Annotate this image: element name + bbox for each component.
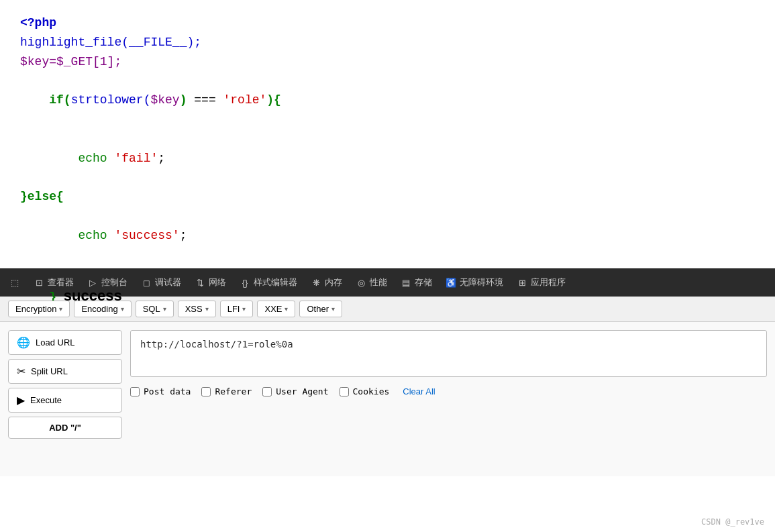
execute-label: Execute [30, 395, 62, 405]
other-chevron: ▾ [331, 305, 335, 313]
add-slash-button[interactable]: ADD "/" [8, 417, 122, 439]
encoding-dropdown[interactable]: Encoding ▾ [74, 301, 131, 317]
picker-icon: ⬚ [9, 277, 20, 288]
other-dropdown[interactable]: Other ▾ [299, 301, 342, 317]
storage-icon: ▤ [401, 277, 411, 288]
encoding-chevron: ▾ [121, 305, 124, 313]
url-input[interactable] [130, 330, 767, 377]
debugger-icon: ◻ [141, 277, 152, 288]
code-line-2: highlight_file(__FILE__); [20, 36, 201, 49]
memory-icon: ❋ [311, 277, 321, 288]
load-url-icon: 🌐 [17, 336, 30, 349]
cookies-label: Cookies [353, 386, 390, 396]
add-slash-label: ADD "/" [49, 423, 81, 433]
referer-input[interactable] [201, 387, 211, 396]
encoding-label: Encoding [81, 304, 117, 314]
performance-icon: ◎ [356, 277, 366, 288]
devtools-inspector[interactable]: ⊡ 查看器 [27, 272, 81, 292]
devtools-debugger[interactable]: ◻ 调试器 [134, 272, 188, 292]
lfi-dropdown[interactable]: LFI ▾ [220, 301, 254, 317]
encryption-label: Encryption [15, 304, 56, 314]
xxe-dropdown[interactable]: XXE ▾ [257, 301, 295, 317]
devtools-application[interactable]: ⊞ 应用程序 [510, 272, 572, 292]
user-agent-label: User Agent [276, 386, 328, 396]
cookies-checkbox[interactable]: Cookies [340, 386, 390, 396]
watermark: CSDN @_rev1ve [701, 517, 764, 527]
xxe-label: XXE [264, 304, 282, 314]
performance-label: 性能 [370, 276, 387, 288]
devtools-bar: ⬚ ⊡ 查看器 ▷ 控制台 ◻ 调试器 ⇅ 网络 {} 样式编辑器 ❋ 内存 ◎… [0, 268, 775, 297]
right-content: Post data Referer User Agent Cookies Cle… [130, 330, 767, 468]
devtools-storage[interactable]: ▤ 存储 [394, 272, 439, 292]
post-data-label: Post data [144, 386, 191, 396]
referer-checkbox[interactable]: Referer [201, 386, 252, 396]
console-label: 控制台 [101, 276, 127, 288]
sql-chevron: ▾ [163, 305, 166, 313]
load-url-button[interactable]: 🌐 Load URL [8, 330, 122, 355]
lfi-chevron: ▾ [242, 305, 246, 313]
style-editor-icon: {} [240, 277, 250, 288]
encryption-dropdown[interactable]: Encryption ▾ [8, 301, 70, 317]
encryption-chevron: ▾ [59, 305, 62, 313]
inspector-icon: ⊡ [34, 277, 44, 288]
network-label: 网络 [209, 276, 226, 288]
referer-label: Referer [215, 386, 252, 396]
left-buttons: 🌐 Load URL ✂ Split URL ▶ Execute ADD "/" [8, 330, 122, 468]
devtools-performance[interactable]: ◎ 性能 [349, 272, 394, 292]
storage-label: 存储 [415, 276, 432, 288]
devtools-network[interactable]: ⇅ 网络 [188, 272, 233, 292]
application-icon: ⊞ [517, 277, 527, 288]
user-agent-input[interactable] [262, 387, 272, 396]
load-url-label: Load URL [36, 337, 75, 348]
post-data-checkbox[interactable]: Post data [130, 386, 191, 396]
execute-icon: ▶ [17, 394, 25, 407]
toolbar: Encryption ▾ Encoding ▾ SQL ▾ XSS ▾ LFI … [0, 297, 775, 322]
memory-label: 内存 [325, 276, 342, 288]
split-url-icon: ✂ [17, 365, 25, 378]
sql-label: SQL [143, 304, 160, 314]
accessibility-label: 无障碍环境 [460, 276, 503, 288]
devtools-picker[interactable]: ⬚ [3, 273, 27, 292]
xss-chevron: ▾ [205, 305, 209, 313]
code-display: <?php highlight_file(__FILE__); $key=$_G… [0, 0, 775, 268]
network-icon: ⇅ [195, 277, 205, 288]
xss-dropdown[interactable]: XSS ▾ [178, 301, 216, 317]
devtools-memory[interactable]: ❋ 内存 [304, 272, 349, 292]
devtools-accessibility[interactable]: ♿ 无障碍环境 [439, 272, 510, 292]
code-line-3: $key=$_GET[1]; [20, 55, 121, 68]
style-editor-label: 样式编辑器 [254, 276, 297, 288]
console-icon: ▷ [87, 277, 98, 288]
debugger-label: 调试器 [155, 276, 181, 288]
post-data-input[interactable] [130, 387, 140, 396]
code-else: }else{ [20, 190, 64, 203]
sql-dropdown[interactable]: SQL ▾ [136, 301, 174, 317]
xss-label: XSS [185, 304, 203, 314]
execute-button[interactable]: ▶ Execute [8, 388, 122, 413]
devtools-style-editor[interactable]: {} 样式编辑器 [233, 272, 304, 292]
devtools-console[interactable]: ▷ 控制台 [81, 272, 134, 292]
lfi-label: LFI [227, 304, 240, 314]
inspector-label: 查看器 [48, 276, 74, 288]
accessibility-icon: ♿ [446, 277, 456, 288]
xxe-chevron: ▾ [285, 305, 288, 313]
code-line-1: <?php [20, 16, 56, 30]
main-panel: 🌐 Load URL ✂ Split URL ▶ Execute ADD "/"… [0, 322, 775, 476]
split-url-button[interactable]: ✂ Split URL [8, 359, 122, 384]
user-agent-checkbox[interactable]: User Agent [262, 386, 328, 396]
cookies-input[interactable] [340, 387, 349, 396]
split-url-label: Split URL [31, 366, 68, 376]
checkboxes-row: Post data Referer User Agent Cookies Cle… [130, 384, 767, 399]
other-label: Other [307, 304, 329, 314]
application-label: 应用程序 [531, 276, 566, 288]
clear-all-button[interactable]: Clear All [403, 386, 435, 396]
